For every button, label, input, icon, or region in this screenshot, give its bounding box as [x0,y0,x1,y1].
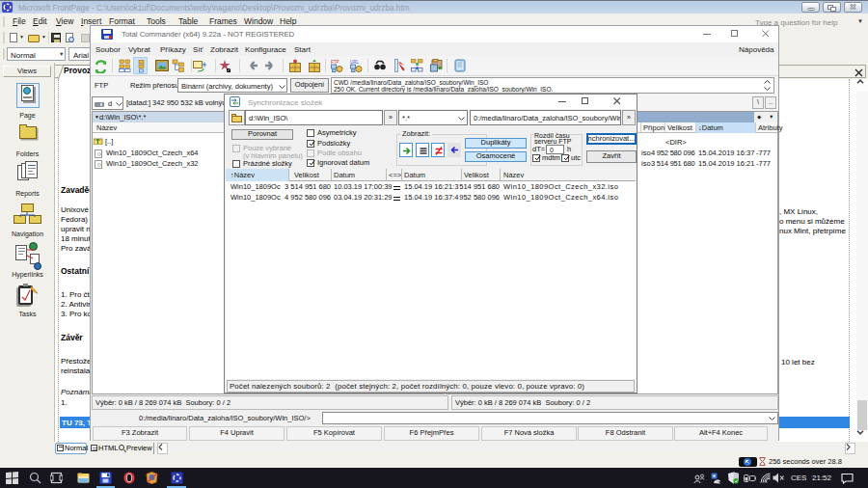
svg-text:URL: URL [350,60,359,65]
svg-text:FTP: FTP [331,60,339,65]
